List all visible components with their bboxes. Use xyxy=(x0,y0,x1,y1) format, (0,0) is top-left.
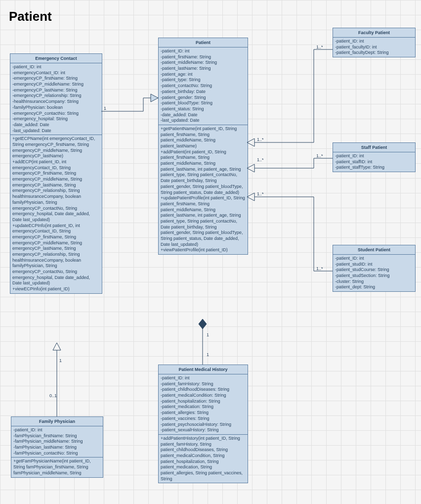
class-staff-patient: Staff Patient -patient_ID: int-patient_s… xyxy=(333,142,416,172)
mult-stp2: 1..* xyxy=(257,191,264,196)
svg-marker-1 xyxy=(247,138,254,146)
line: -famPhysician_firstName: String xyxy=(13,433,101,439)
class-emergency-contact: Emergency Contact -patient_ID: int-emerg… xyxy=(10,53,102,294)
line: -patient_ID: int xyxy=(12,64,100,70)
class-staff-patient-name: Staff Patient xyxy=(333,143,415,152)
line: -emergencyCP_firstName: String xyxy=(12,76,100,82)
line: -emergency_hospital: String xyxy=(12,116,100,122)
mult-ec-1: 1 xyxy=(104,106,106,111)
line: -patient_contactNo: String xyxy=(161,83,246,89)
line: -patient_allergies: String xyxy=(161,410,246,416)
class-patient-medical-history: Patient Medical History -patient_ID: int… xyxy=(158,365,248,483)
class-patient-attrs: -patient_ID: int-patient_firstName: Stri… xyxy=(159,47,248,125)
class-student-patient-attrs: -patient_ID: int-patient_studID: int-pat… xyxy=(333,255,415,291)
line: -patient_studID: int xyxy=(335,262,413,268)
svg-marker-5 xyxy=(53,343,61,350)
line: -patient_facultyID: int xyxy=(335,45,413,50)
class-patient-medical-history-methods: +addPatientHistory(int patient_ID, Strin… xyxy=(159,435,248,483)
line: -date_added: Date xyxy=(161,112,246,118)
line: -patient_studSection: String xyxy=(335,273,413,279)
line: -patient_middleName: String xyxy=(161,60,246,66)
class-emergency-contact-attrs: -patient_ID: int-emergencyContact_ID: in… xyxy=(10,63,102,135)
line: -emergencyCP_middleName: String xyxy=(12,82,100,88)
line: -familyPhysician: boolean xyxy=(12,105,100,111)
class-emergency-contact-methods: +getECPName(int emergencyContact_ID, Str… xyxy=(10,135,102,293)
line: -patient_hospitalization: String xyxy=(161,399,246,405)
class-faculty-patient-name: Faculty Patient xyxy=(333,28,415,38)
line: -date_added: Date xyxy=(12,122,100,128)
mult-sp: 1..* xyxy=(316,153,323,158)
class-patient: Patient -patient_ID: int-patient_firstNa… xyxy=(158,38,248,255)
line: -emergencyCP_contactNo: String xyxy=(12,111,100,117)
line: -patient_gender: String xyxy=(161,95,246,101)
class-staff-patient-attrs: -patient_ID: int-patient_staffID: int-pa… xyxy=(333,152,415,172)
line: -patient_dept: String xyxy=(335,284,413,290)
line: -patient_ID: int xyxy=(161,375,246,381)
line: -famPhysician_lastName: String xyxy=(13,445,101,451)
line: -patient_studCourse: String xyxy=(335,267,413,273)
line: -patient_ID: int xyxy=(13,427,101,433)
page-title: Patient xyxy=(9,9,52,24)
class-patient-methods: +getPatientName(int patient_ID, String p… xyxy=(159,125,248,254)
class-student-patient-name: Student Patient xyxy=(333,245,415,255)
line: +viewPatientProfile(int patient_ID) xyxy=(161,247,246,253)
line: -patient_psychosocialHistory: String xyxy=(161,422,246,428)
line: -patient_firstName: String xyxy=(161,54,246,60)
class-patient-medical-history-attrs: -patient_ID: int-patient_famHistory: Str… xyxy=(159,374,248,435)
line: -patient_ID: int xyxy=(335,39,413,45)
mult-pmh-top: 1 xyxy=(207,332,209,337)
line: -emergencyContact_ID: int xyxy=(12,70,100,76)
line: +updateECPInfo(int patient_ID, int emerg… xyxy=(12,223,100,287)
line: -patient_famHistory: String xyxy=(161,381,246,387)
class-student-patient: Student Patient -patient_ID: int-patient… xyxy=(333,245,416,292)
line: -patient_staffID: int xyxy=(335,159,413,165)
class-faculty-patient: Faculty Patient -patient_ID: int-patient… xyxy=(333,28,416,57)
class-family-physician-attrs: -patient_ID: int-famPhysician_firstName:… xyxy=(11,426,103,458)
line: -famPhysician_contactNo: String xyxy=(13,451,101,457)
line: -patient_bloodType: String xyxy=(161,100,246,106)
class-emergency-contact-name: Emergency Contact xyxy=(10,54,102,63)
line: +viewECPInfo(int patient_ID) xyxy=(12,286,100,292)
class-family-physician-methods: +getFamPhysicianName(int patient_ID, Str… xyxy=(11,458,103,477)
line: +addECP(int patient_ID, int emergencyCon… xyxy=(12,159,100,223)
line: -healthInsuranceCompany: String xyxy=(12,99,100,105)
line: -patient_facultyDept: String xyxy=(335,50,413,56)
line: -patient_ID: int xyxy=(161,48,246,54)
svg-marker-0 xyxy=(151,94,158,102)
line: +updatePatientProfile(int patient_ID, St… xyxy=(161,195,246,247)
line: -patient_medication: String xyxy=(161,404,246,410)
line: -patient_age: int xyxy=(161,72,246,78)
line: -patient_ID: int xyxy=(335,256,413,262)
line: -last_updated: Date xyxy=(12,128,100,134)
mult-fph-top: 1 xyxy=(59,358,62,363)
mult-fph-bot: 0..1 xyxy=(49,393,57,398)
class-patient-medical-history-name: Patient Medical History xyxy=(159,365,248,374)
line: -patient_status: String xyxy=(161,106,246,112)
line: -emergencyCP_relationship: String xyxy=(12,93,100,99)
line: +addPatient(int patient_ID, String patie… xyxy=(161,149,246,196)
mult-stp: 1..* xyxy=(316,266,323,271)
line: -patient_sexualHistory: String xyxy=(161,427,246,433)
class-patient-name: Patient xyxy=(159,38,248,47)
mult-fp2: 1..* xyxy=(257,137,264,142)
line: -patient_ID: int xyxy=(335,153,413,159)
svg-marker-4 xyxy=(199,319,207,329)
line: -patient_childhoodDiseases: String xyxy=(161,387,246,393)
line: +addPatientHistory(int patient_ID, Strin… xyxy=(161,436,246,482)
line: +getPatientName(int patient_ID, String p… xyxy=(161,126,246,149)
line: -famPhysician_middleName: String xyxy=(13,439,101,445)
mult-sp2: 1..* xyxy=(257,157,264,162)
line: -last_updated: Date xyxy=(161,118,246,124)
svg-marker-2 xyxy=(247,164,254,172)
line: -emergencyCP_lastName: String xyxy=(12,88,100,93)
svg-marker-3 xyxy=(247,193,254,201)
line: -patient_lastName: String xyxy=(161,66,246,72)
line: +getECPName(int emergencyContact_ID, Str… xyxy=(12,136,100,159)
line: -patient_type: String xyxy=(161,77,246,83)
line: +getFamPhysicianName(int patient_ID, Str… xyxy=(13,458,101,476)
class-family-physician-name: Family Physician xyxy=(11,417,103,426)
class-family-physician: Family Physician -patient_ID: int-famPhy… xyxy=(11,416,103,478)
mult-fp: 1..* xyxy=(316,45,323,49)
line: -patient_staffType: String xyxy=(335,165,413,171)
class-faculty-patient-attrs: -patient_ID: int-patient_facultyID: int-… xyxy=(333,38,415,57)
